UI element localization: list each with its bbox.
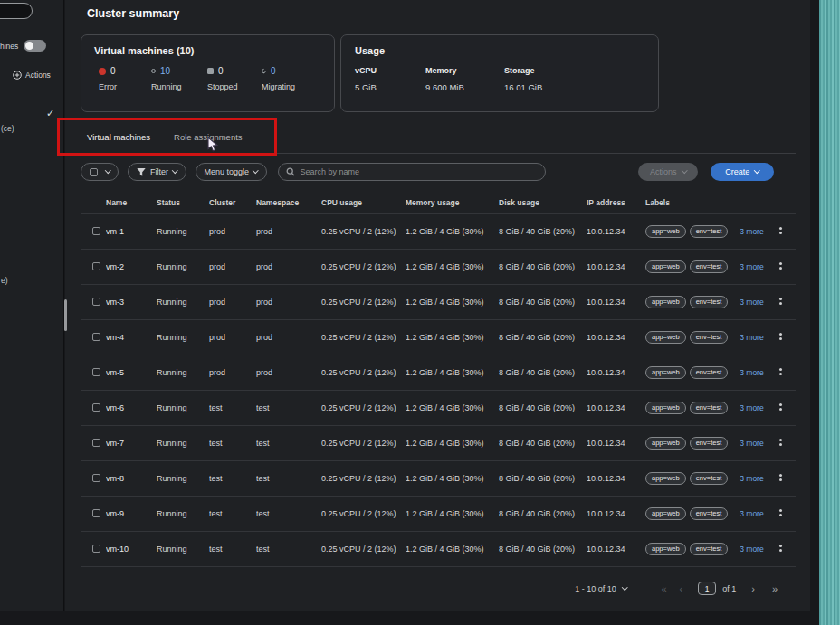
label-pill: app=web (645, 402, 686, 414)
vm-cluster: test (209, 545, 256, 554)
label-pill: app=web (645, 507, 686, 520)
bulk-select-checkbox[interactable] (90, 168, 98, 176)
kebab-menu-icon[interactable] (779, 514, 782, 516)
kebab-menu-icon[interactable] (779, 373, 782, 375)
metric-vcpu: vCPU 5 GiB (355, 66, 425, 92)
labels-more-link[interactable]: 3 more (740, 298, 763, 307)
project-item-truncated[interactable]: (ce) (1, 124, 14, 133)
kebab-menu-icon[interactable] (779, 302, 782, 305)
usage-card: Usage vCPU 5 GiB Memory 9.600 MiB Storag… (340, 34, 659, 112)
vm-name[interactable]: vm-6 (106, 403, 157, 412)
labels-more-link[interactable]: 3 more (740, 368, 763, 377)
running-label: Running (151, 82, 195, 91)
row-checkbox[interactable] (92, 545, 100, 553)
project-item-truncated[interactable]: e) (1, 276, 8, 285)
metric-memory: Memory 9.600 MiB (425, 66, 504, 92)
vm-namespace: test (256, 545, 321, 554)
vm-cpu-usage: 0.25 vCPU / 2 (12%) (321, 262, 406, 271)
kebab-menu-icon[interactable] (779, 443, 782, 446)
projects-sidebar: hines Actions ✓ (ce) e) (0, 0, 64, 611)
vm-name[interactable]: vm-10 (106, 545, 157, 554)
memory-label: Memory (425, 66, 504, 75)
vcpu-value: 5 GiB (355, 82, 425, 92)
pagination-summary: 1 - 10 of 10 (575, 584, 616, 593)
vm-name[interactable]: vm-7 (106, 439, 157, 448)
labels-more-link[interactable]: 3 more (740, 474, 763, 483)
row-checkbox[interactable] (92, 333, 100, 341)
filter-dropdown[interactable]: Filter (128, 163, 186, 181)
row-checkbox[interactable] (92, 403, 100, 412)
vm-name[interactable]: vm-8 (106, 474, 157, 483)
items-per-page-dropdown[interactable]: 1 - 10 of 10 (575, 584, 626, 593)
create-button[interactable]: Create (711, 163, 774, 181)
vm-name[interactable]: vm-2 (106, 262, 157, 271)
vm-memory-usage: 1.2 GiB / 4 GiB (30%) (406, 439, 499, 448)
migrating-icon (261, 68, 267, 74)
first-page-button[interactable]: « (661, 583, 666, 594)
stopped-count[interactable]: 0 (218, 66, 224, 76)
vm-disk-usage: 8 GiB / 40 GiB (20%) (499, 509, 587, 518)
kebab-menu-icon[interactable] (779, 478, 782, 481)
vm-namespace: prod (256, 262, 321, 271)
labels-more-link[interactable]: 3 more (740, 262, 763, 271)
scrollbar-thumb[interactable] (64, 299, 67, 331)
next-page-button[interactable]: › (751, 583, 755, 594)
last-page-button[interactable]: » (772, 583, 778, 594)
row-checkbox[interactable] (92, 439, 100, 447)
row-checkbox[interactable] (92, 509, 100, 517)
row-checkbox[interactable] (92, 227, 100, 235)
menu-toggle-dropdown[interactable]: Menu toggle (196, 163, 267, 181)
labels-more-link[interactable]: 3 more (740, 403, 763, 412)
vm-status: Running (157, 368, 209, 377)
table-row: vm-6 Running test test 0.25 vCPU / 2 (12… (81, 390, 796, 425)
row-checkbox[interactable] (92, 474, 100, 482)
vm-ip-address: 10.0.12.34 (587, 227, 645, 236)
col-memory-usage: Memory usage (406, 198, 499, 207)
vm-filter-toggle[interactable] (24, 40, 46, 52)
summary-cards: Virtual machines (10) 0 Error 10 Running… (81, 34, 796, 112)
row-checkbox[interactable] (92, 262, 100, 270)
vm-name[interactable]: vm-4 (106, 333, 157, 342)
vm-disk-usage: 8 GiB / 40 GiB (20%) (499, 333, 587, 342)
migrating-count[interactable]: 0 (271, 66, 276, 76)
labels-more-link[interactable]: 3 more (740, 333, 763, 342)
selected-check-icon: ✓ (46, 108, 54, 119)
vm-cluster: prod (209, 262, 256, 271)
vm-name[interactable]: vm-1 (106, 227, 157, 236)
row-checkbox[interactable] (92, 298, 100, 306)
kebab-menu-icon[interactable] (779, 408, 782, 411)
labels-more-link[interactable]: 3 more (740, 509, 763, 518)
kebab-menu-icon[interactable] (779, 337, 782, 340)
filter-label: Filter (150, 167, 168, 176)
current-page-input[interactable]: 1 (698, 582, 716, 595)
table-body: vm-1 Running prod prod 0.25 vCPU / 2 (12… (81, 213, 796, 567)
table-row: vm-7 Running test test 0.25 vCPU / 2 (12… (81, 425, 796, 460)
vm-name[interactable]: vm-5 (106, 368, 157, 377)
bulk-select-dropdown[interactable] (81, 163, 119, 181)
search-input[interactable]: Search by name (278, 163, 546, 181)
error-count[interactable]: 0 (110, 66, 116, 76)
vm-cpu-usage: 0.25 vCPU / 2 (12%) (321, 368, 406, 377)
labels-more-link[interactable]: 3 more (740, 227, 763, 236)
labels-more-link[interactable]: 3 more (740, 439, 763, 448)
table-row: vm-1 Running prod prod 0.25 vCPU / 2 (12… (81, 213, 796, 249)
chevron-down-icon (172, 167, 177, 173)
vm-name[interactable]: vm-9 (106, 509, 157, 518)
kebab-menu-icon[interactable] (779, 549, 782, 552)
vm-disk-usage: 8 GiB / 40 GiB (20%) (499, 262, 587, 271)
labels-more-link[interactable]: 3 more (740, 545, 763, 554)
sidebar-actions-button[interactable]: Actions (13, 71, 51, 80)
sidebar-search-input[interactable] (0, 3, 33, 19)
page-title: Cluster summary (65, 0, 810, 20)
vm-name[interactable]: vm-3 (106, 298, 157, 307)
kebab-menu-icon[interactable] (779, 232, 782, 234)
label-pill: app=web (645, 260, 686, 273)
vm-cluster: test (209, 509, 256, 518)
vm-namespace: prod (256, 368, 321, 377)
actions-dropdown[interactable]: Actions (638, 163, 698, 181)
prev-page-button[interactable]: ‹ (680, 583, 683, 594)
vm-memory-usage: 1.2 GiB / 4 GiB (30%) (406, 333, 499, 342)
kebab-menu-icon[interactable] (779, 267, 782, 270)
row-checkbox[interactable] (92, 368, 100, 376)
running-count[interactable]: 10 (160, 66, 170, 76)
